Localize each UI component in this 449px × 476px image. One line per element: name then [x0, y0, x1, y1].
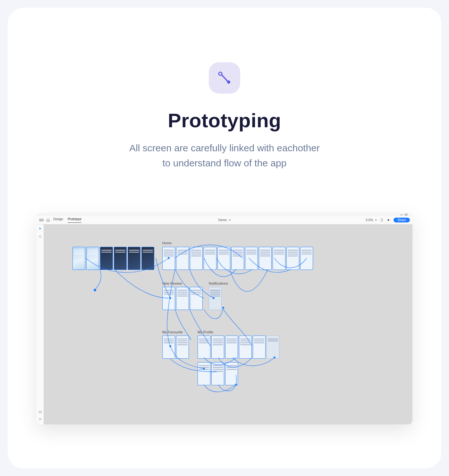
- layers-icon[interactable]: [38, 418, 42, 421]
- section-label-new-review: New Review: [162, 281, 182, 285]
- artboard[interactable]: [100, 247, 113, 270]
- flow-row-notifications: [209, 287, 222, 310]
- artboard[interactable]: [162, 247, 175, 270]
- artboard[interactable]: [273, 247, 285, 270]
- artboard[interactable]: [72, 247, 85, 270]
- chevron-down-icon: [229, 220, 231, 221]
- canvas[interactable]: Home New Review Notifications: [44, 224, 412, 424]
- artboard[interactable]: [209, 287, 222, 310]
- artboard[interactable]: [204, 247, 216, 270]
- artboard[interactable]: [190, 247, 203, 270]
- svg-line-4: [40, 237, 41, 238]
- artboard[interactable]: [176, 247, 189, 270]
- artboard[interactable]: [217, 247, 230, 270]
- artboard[interactable]: [286, 247, 299, 270]
- xd-window: Design Prototype Demo 5.5% Share: [37, 213, 412, 424]
- artboard[interactable]: [231, 247, 244, 270]
- hero-subtitle-line1: All screen are carefully linked with eac…: [129, 143, 320, 153]
- artboard[interactable]: [198, 336, 210, 359]
- artboard[interactable]: [225, 362, 238, 385]
- artboard[interactable]: [162, 336, 175, 359]
- tab-prototype[interactable]: Prototype: [68, 217, 81, 223]
- hero-subtitle: All screen are carefully linked with eac…: [8, 141, 441, 171]
- artboard[interactable]: [128, 247, 140, 270]
- hero-title: Prototyping: [8, 109, 441, 132]
- svg-point-10: [222, 307, 224, 309]
- artboard[interactable]: [190, 287, 203, 310]
- svg-point-6: [94, 289, 96, 291]
- section-label-home: Home: [162, 241, 172, 245]
- flow-row-profile: [198, 336, 279, 359]
- artboard[interactable]: [176, 287, 189, 310]
- artboard[interactable]: [141, 247, 154, 270]
- content-card: Prototyping All screen are carefully lin…: [8, 8, 441, 468]
- artboard[interactable]: [253, 336, 266, 359]
- artboard[interactable]: [86, 247, 99, 270]
- svg-point-3: [39, 236, 41, 238]
- artboard[interactable]: [198, 362, 210, 385]
- svg-rect-2: [381, 219, 383, 221]
- artboard[interactable]: [114, 247, 127, 270]
- artboard[interactable]: [267, 336, 279, 359]
- hero-icon-tile: [209, 62, 240, 94]
- flow-row-home: [162, 247, 313, 270]
- window-maximize-icon[interactable]: [405, 214, 407, 215]
- window-titlebar: [37, 213, 412, 216]
- assets-icon[interactable]: [38, 410, 42, 414]
- flow-row-profile-2: [198, 362, 238, 385]
- tab-design[interactable]: Design: [53, 217, 63, 223]
- device-preview-icon[interactable]: [380, 218, 384, 222]
- flow-row-new-review: [162, 287, 203, 310]
- chevron-down-icon: [375, 220, 377, 221]
- left-tool-rail: [37, 224, 44, 424]
- zoom-dropdown[interactable]: 5.5%: [366, 218, 377, 222]
- artboard[interactable]: [259, 247, 272, 270]
- flow-row-favourite: [162, 336, 189, 359]
- mode-tabs: Design Prototype: [53, 217, 81, 223]
- hero-subtitle-line2: to understand flow of the app: [163, 158, 287, 168]
- flow-icon: [217, 70, 232, 86]
- artboard[interactable]: [225, 336, 238, 359]
- file-dropdown[interactable]: Demo: [218, 218, 231, 222]
- home-icon[interactable]: [46, 218, 50, 222]
- window-minimize-icon[interactable]: [400, 214, 403, 215]
- artboard[interactable]: [176, 336, 189, 359]
- artboard[interactable]: [211, 336, 224, 359]
- share-button[interactable]: Share: [394, 218, 410, 222]
- flow-row-onboarding: [72, 247, 154, 270]
- artboard[interactable]: [239, 336, 252, 359]
- artboard[interactable]: [211, 362, 224, 385]
- section-label-my-profile: My Profile: [198, 330, 213, 334]
- app-toolbar: Design Prototype Demo 5.5% Share: [37, 216, 412, 224]
- play-icon[interactable]: [387, 218, 390, 222]
- file-name: Demo: [218, 218, 227, 222]
- section-label-notifications: Notifications: [209, 281, 228, 285]
- zoom-value: 5.5%: [366, 218, 373, 222]
- artboard[interactable]: [162, 287, 175, 310]
- section-label-my-favourite: My Favourite: [162, 330, 183, 334]
- artboard[interactable]: [300, 247, 313, 270]
- hamburger-icon[interactable]: [39, 219, 44, 221]
- pointer-icon[interactable]: [38, 227, 42, 230]
- zoom-icon[interactable]: [38, 235, 42, 238]
- artboard[interactable]: [245, 247, 258, 270]
